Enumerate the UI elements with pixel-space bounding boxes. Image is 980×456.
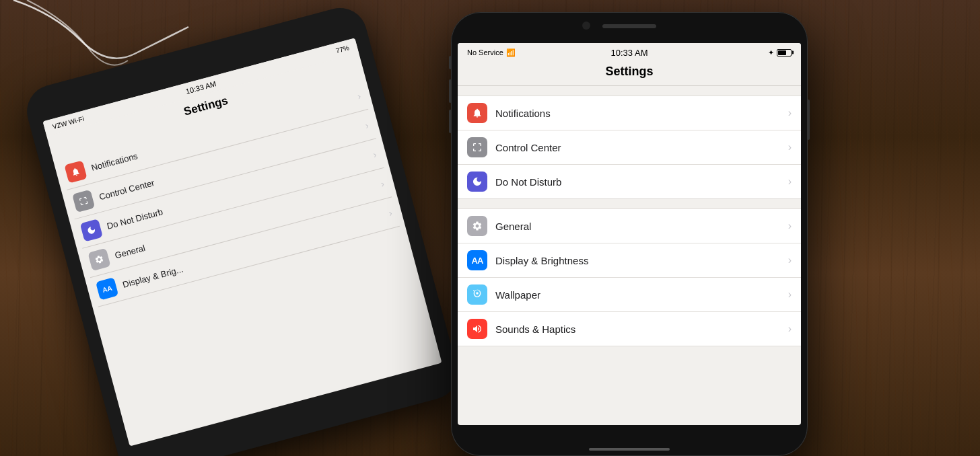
wallpaper-label: Wallpaper bbox=[495, 289, 788, 301]
dnd-label: Do Not Disturb bbox=[495, 176, 788, 188]
section-gap-2 bbox=[458, 199, 801, 208]
dnd-icon bbox=[467, 172, 487, 192]
wifi-icon: 📶 bbox=[506, 48, 516, 57]
settings-item-general[interactable]: General › bbox=[458, 208, 801, 243]
phone-front-screen: No Service 📶 10:33 AM ✦ Settings bbox=[458, 43, 801, 425]
settings-item-display[interactable]: AA Display & Brightness › bbox=[458, 243, 801, 278]
section-gap-1 bbox=[458, 86, 801, 96]
back-dnd-icon bbox=[80, 219, 103, 241]
general-label: General bbox=[495, 221, 788, 232]
settings-item-sounds[interactable]: Sounds & Haptics › bbox=[458, 312, 801, 346]
display-label: Display & Brightness bbox=[495, 255, 788, 266]
notifications-label: Notifications bbox=[495, 108, 788, 119]
settings-item-control-center[interactable]: Control Center › bbox=[458, 130, 801, 165]
phone-front: No Service 📶 10:33 AM ✦ Settings bbox=[451, 12, 808, 456]
battery-fill bbox=[778, 50, 786, 55]
settings-item-wallpaper[interactable]: Wallpaper › bbox=[458, 278, 801, 312]
bluetooth-icon: ✦ bbox=[768, 48, 774, 57]
settings-section-2: General › AA Display & Brightness › Wall… bbox=[458, 208, 801, 346]
status-right: ✦ bbox=[768, 48, 792, 57]
back-notifications-icon bbox=[64, 160, 87, 183]
battery-indicator bbox=[777, 49, 792, 56]
home-indicator bbox=[589, 448, 670, 451]
display-chevron: › bbox=[788, 254, 792, 266]
back-general-icon bbox=[88, 248, 110, 271]
nav-bar: Settings bbox=[458, 62, 801, 86]
sounds-icon bbox=[467, 319, 487, 339]
back-display-icon: AA bbox=[96, 277, 118, 300]
volume-down-button bbox=[449, 110, 452, 133]
dnd-chevron: › bbox=[788, 176, 792, 188]
silent-switch bbox=[449, 56, 452, 69]
wallpaper-chevron: › bbox=[788, 289, 792, 301]
notifications-chevron: › bbox=[788, 107, 792, 119]
volume-up-button bbox=[449, 79, 452, 103]
sounds-chevron: › bbox=[788, 323, 792, 335]
general-chevron: › bbox=[788, 220, 792, 232]
status-left: No Service 📶 bbox=[467, 48, 516, 57]
control-center-chevron: › bbox=[788, 141, 792, 153]
time-label: 10:33 AM bbox=[611, 48, 648, 58]
sounds-label: Sounds & Haptics bbox=[495, 324, 788, 335]
back-control-center-icon bbox=[72, 190, 95, 213]
notifications-icon bbox=[467, 103, 487, 123]
phone-back-screen: VZW Wi-Fi 10:33 AM 77% Settings Notifica… bbox=[42, 38, 442, 446]
power-button bbox=[807, 100, 810, 140]
speaker-grille bbox=[602, 24, 656, 28]
phone-back-battery: 77% bbox=[335, 44, 350, 54]
wallpaper-icon bbox=[467, 284, 487, 305]
display-icon: AA bbox=[467, 250, 487, 270]
settings-section-1: Notifications › Control Center › bbox=[458, 96, 801, 199]
general-icon bbox=[467, 216, 487, 236]
front-camera bbox=[582, 22, 590, 30]
control-center-icon bbox=[467, 137, 487, 157]
page-title: Settings bbox=[605, 65, 653, 78]
settings-item-dnd[interactable]: Do Not Disturb › bbox=[458, 165, 801, 199]
status-bar: No Service 📶 10:33 AM ✦ bbox=[458, 43, 801, 62]
control-center-label: Control Center bbox=[495, 142, 788, 153]
settings-item-notifications[interactable]: Notifications › bbox=[458, 96, 801, 130]
network-label: No Service bbox=[467, 48, 503, 56]
